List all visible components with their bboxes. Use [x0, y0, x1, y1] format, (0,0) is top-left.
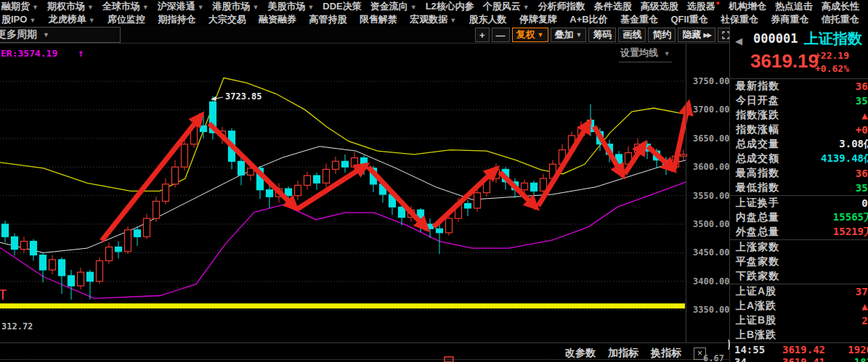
quote-stat-groups: 最新指数361今日开盘359指数涨跌▲2指数涨幅+0.总成交量3.08亿总成交额… [730, 78, 868, 342]
ma-settings-label: 设置均线 [620, 47, 658, 58]
stat-value: 379 [856, 286, 868, 297]
trading-app: { "menu": { "row1": [ {"label":"融期货","ca… [0, 0, 868, 362]
tick-price: 3619.42 [776, 344, 825, 355]
stat-label: 内盘总量 [736, 211, 779, 224]
menu-item-label: 高成长性 [822, 1, 859, 12]
price-axis-label: 3700.00 [693, 104, 730, 115]
price-axis-label: 3550.00 [693, 191, 730, 201]
menu-item-信托重仓[interactable]: 信托重仓 [822, 13, 859, 26]
stat-row-下跌家数: 下跌家数 [730, 269, 868, 284]
stat-value: 359 [856, 182, 868, 194]
peak-price-annotation: 3723.85 [225, 91, 262, 102]
stat-label: 上证B股 [736, 314, 776, 327]
stat-label: 指数涨跌 [736, 109, 779, 122]
price-change: +22.19 [815, 50, 849, 61]
tick-time: 14:55 [734, 344, 768, 355]
indicator-bottom-bar: 改参数 加指标 换指标 × [565, 347, 706, 360]
stat-value: 359 [856, 95, 868, 107]
menu-item-高成长性[interactable]: 高成长性 [822, 0, 859, 13]
stat-row-上B涨跌: 上B涨跌▲ [730, 328, 868, 342]
stat-row-外盘总量: 外盘总量15219万 [730, 225, 868, 239]
quote-header: ◀ 000001 上证指数 3619.19 +22.19 +0.62% [730, 26, 868, 78]
tick-volume: 1920 [833, 344, 868, 355]
stat-value: +0. [856, 124, 868, 136]
menu-item-券商重仓[interactable]: 券商重仓 [771, 13, 808, 26]
boll-lower-readout: ER:3574.19 ↑ [1, 47, 84, 59]
price-axis-label: 3600.00 [693, 162, 730, 172]
stat-row-平盘家数: 平盘家数 [730, 255, 868, 269]
time-sales-row: 14:553619.421920 [730, 343, 868, 355]
stat-row-总成交量: 总成交量3.08亿 [730, 137, 868, 152]
stat-label: 今日开盘 [736, 94, 779, 107]
stat-row-指数涨跌: 指数涨跌▲2 [730, 108, 868, 123]
stat-label: 最新指数 [736, 80, 779, 93]
stat-value: 362 [856, 168, 868, 179]
last-price: 3619.19 [750, 50, 819, 73]
stat-label: 平盘家数 [736, 255, 779, 268]
stat-row-指数涨幅: 指数涨幅+0. [730, 123, 868, 137]
quote-stat-group: 最新指数361今日开盘359指数涨跌▲2指数涨幅+0.总成交量3.08亿总成交额… [730, 78, 868, 195]
stat-row-上涨家数: 上涨家数1 [730, 240, 868, 255]
panel-resize-handle[interactable] [725, 338, 730, 351]
stat-label: 总成交额 [736, 152, 779, 165]
stat-label: 外盘总量 [736, 226, 779, 239]
quote-stat-group: 上证换手0.内盘总量15565万外盘总量15219万 [730, 195, 868, 239]
stat-label: 上A涨跌 [736, 300, 776, 313]
stat-label: 最高指数 [736, 167, 779, 180]
stat-row-总成交额: 总成交额4139.48亿 [730, 152, 868, 166]
stat-value: 0. [861, 197, 868, 209]
quote-stat-group: 上证A股379上A涨跌▲2上证B股28上B涨跌▲ [730, 284, 868, 342]
stat-label: 最低指数 [736, 181, 779, 194]
price-axis-label: 3650.00 [693, 133, 730, 144]
stat-value: 361 [856, 81, 868, 92]
menu-item-机构增仓[interactable]: 机构增仓 [729, 0, 766, 13]
stat-row-上A涨跌: 上A涨跌▲2 [730, 299, 868, 313]
stat-value: 3.08亿 [839, 138, 868, 151]
menu-item-label: 机构增仓 [729, 1, 766, 12]
price-axis-label: 3350.00 [693, 305, 730, 315]
price-axis-label: 3500.00 [693, 219, 730, 229]
chart-low-value: 312.72 [1, 321, 33, 332]
tick-price: 3619.41 [776, 356, 825, 362]
quote-sidebar: ◀ 000001 上证指数 3619.19 +22.19 +0.62% 最新指数… [729, 26, 868, 362]
back-arrow-icon[interactable]: ◀ [735, 36, 742, 46]
stat-value: 15565万 [833, 211, 868, 224]
stat-row-今日开盘: 今日开盘359 [730, 94, 868, 108]
stat-label: 上涨家数 [736, 241, 779, 254]
stat-value: 28 [861, 315, 868, 326]
tick-time: 34 [734, 356, 768, 362]
boll-lower-value: ER:3574.19 [1, 48, 57, 59]
ma-settings-dropdown[interactable]: 设置均线 ▼ [619, 46, 672, 62]
stat-row-最高指数: 最高指数362 [730, 166, 868, 181]
chevron-down-icon: ▼ [664, 50, 670, 57]
stat-label: 下跌家数 [736, 270, 779, 283]
menu-item-热点追击[interactable]: 热点追击 [775, 0, 813, 13]
stat-value: 4139.48亿 [821, 152, 868, 165]
stat-value: ▲2 [861, 110, 868, 121]
axis-separator [686, 44, 686, 342]
menu-item-label: 信托重仓 [822, 14, 859, 25]
stat-row-内盘总量: 内盘总量15565万 [730, 210, 868, 225]
stat-row-上证B股: 上证B股28 [730, 313, 868, 328]
stock-code: 000001 [753, 31, 798, 46]
menu-item-label: 券商重仓 [771, 14, 808, 25]
stat-row-最低指数: 最低指数359 [730, 181, 868, 195]
stat-label: 上B涨跌 [736, 329, 776, 342]
time-sales-list: 14:553619.421920343619.41181 [730, 342, 868, 362]
price-axis-label: 3400.00 [693, 276, 730, 287]
stat-row-上证A股: 上证A股379 [730, 284, 868, 299]
stat-value: 15219万 [833, 226, 868, 239]
stat-label: 上证A股 [736, 285, 776, 298]
stat-row-最新指数: 最新指数361 [730, 79, 868, 94]
switch-indicator-button[interactable]: 换指标 [651, 347, 681, 360]
add-indicator-button[interactable]: 加指标 [608, 347, 638, 360]
stat-value: ▲2 [861, 300, 868, 312]
stat-label: 指数涨幅 [736, 123, 779, 136]
tick-volume: 181 [833, 356, 868, 362]
stock-name: 上证指数 [804, 29, 862, 49]
close-indicator-button[interactable]: × [694, 347, 706, 360]
change-params-button[interactable]: 改参数 [565, 347, 596, 360]
chart-bottom-border [0, 342, 730, 343]
menu-item-label: 热点追击 [775, 1, 813, 12]
time-sales-row: 343619.41181 [730, 355, 868, 362]
